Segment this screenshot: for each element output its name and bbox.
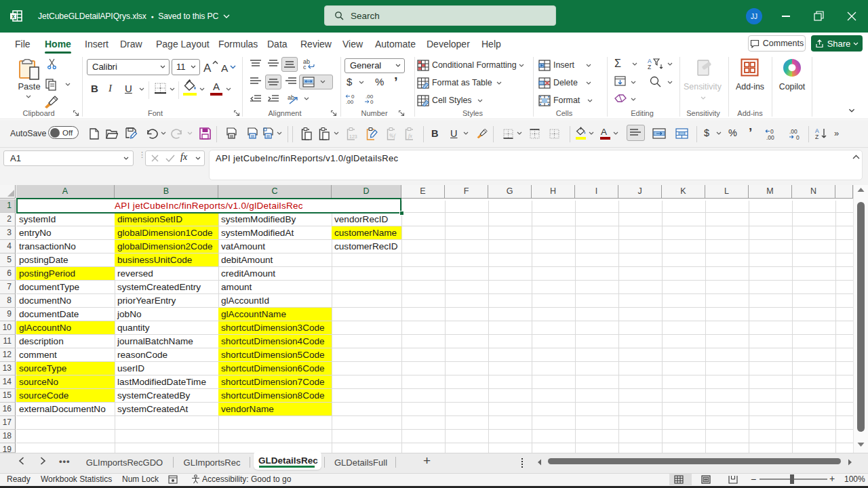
svg-text:%f: %f [389, 133, 397, 139]
svg-text:c: c [303, 64, 307, 70]
svg-text:ab: ab [288, 94, 294, 101]
svg-text:A: A [221, 62, 229, 74]
svg-text:0: 0 [796, 134, 800, 140]
svg-text:123: 123 [349, 134, 357, 139]
svg-text:.00: .00 [766, 134, 774, 140]
svg-text:A: A [203, 62, 212, 75]
svg-text:.00: .00 [346, 99, 354, 104]
svg-text:fx: fx [408, 133, 412, 139]
svg-text:Z: Z [648, 64, 651, 70]
svg-text:0: 0 [370, 99, 374, 104]
svg-text:x: x [12, 13, 15, 20]
svg-text:Z: Z [815, 134, 818, 140]
